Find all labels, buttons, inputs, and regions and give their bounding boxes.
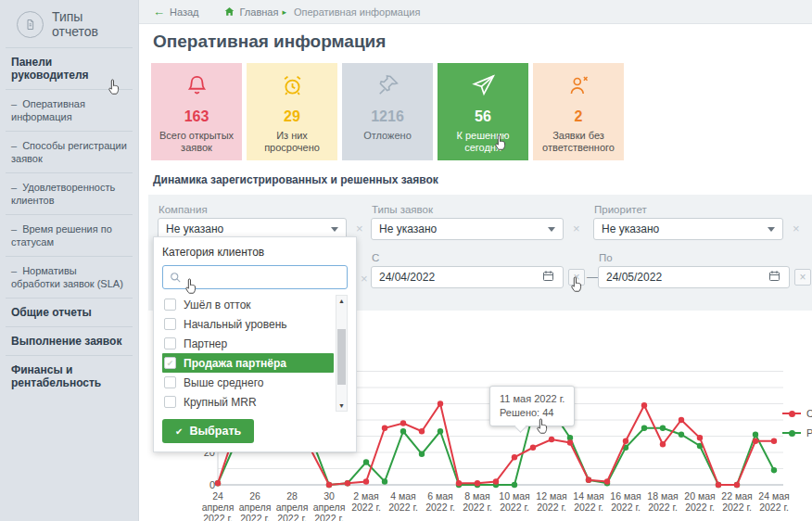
choose-button[interactable]: Выбрать: [162, 419, 254, 443]
date-from-value: 24/04/2022: [379, 271, 541, 284]
category-option[interactable]: Выше среднего: [162, 373, 334, 392]
kpi-value: 2: [533, 108, 624, 125]
choose-button-label: Выбрать: [189, 425, 241, 438]
client-category-dropdown: Категория клиентов Ушёл в оттокНачальный…: [153, 236, 357, 452]
checkbox-icon[interactable]: [164, 376, 176, 388]
calendar-icon[interactable]: [768, 269, 781, 286]
kpi-caption: Из них просрочено: [247, 130, 337, 154]
sidebar-item-entry[interactable]: Нормативы обработки заявок (SLA): [6, 257, 133, 299]
date-to-input[interactable]: 24/05/2022: [598, 266, 790, 288]
breadcrumb-home-label: Главная: [240, 6, 279, 18]
chart-section-title: Динамика зарегистрированных и решенных з…: [153, 173, 438, 186]
scroll-up-icon[interactable]: [336, 296, 347, 306]
kpi-caption: Всего открытых заявок: [151, 130, 242, 154]
kpi-value: 29: [247, 108, 337, 125]
kpi-caption: Заявки без ответственного: [533, 130, 624, 154]
kpi-card[interactable]: 163Всего открытых заявок: [151, 63, 242, 160]
checkbox-icon[interactable]: [164, 318, 176, 330]
date-to-label: По: [599, 252, 613, 263]
breadcrumb-home[interactable]: Главная: [223, 6, 279, 18]
sidebar-item-active[interactable]: Оперативная информация: [6, 90, 133, 132]
category-option[interactable]: Продажа партнёра: [162, 353, 334, 373]
back-link[interactable]: Назад: [153, 5, 199, 19]
category-options-list: Ушёл в оттокНачальный уровеньПартнерПрод…: [162, 295, 348, 412]
checkbox-checked-icon[interactable]: [164, 357, 176, 369]
sidebar-item-entry[interactable]: Удовлетворенность клиентов: [6, 173, 133, 215]
scroll-down-icon[interactable]: [336, 400, 347, 411]
tooltip-date: 11 мая 2022 г.: [500, 392, 565, 406]
date-from-input[interactable]: 24/04/2022: [371, 266, 564, 288]
alarm-icon: [247, 73, 337, 102]
page-title: Оперативная информация: [153, 32, 386, 52]
chart-legend: СозданоРешено: [782, 408, 812, 447]
request-types-select[interactable]: Не указано: [371, 218, 564, 240]
tooltip-value: Решено: 44: [500, 406, 565, 420]
category-option[interactable]: Начальный уровень: [162, 314, 334, 334]
user-x-icon: [533, 73, 624, 102]
kpi-card[interactable]: 1216Отложено: [342, 63, 433, 160]
kpi-caption: К решению сегодня: [438, 130, 528, 154]
company-clear-icon[interactable]: [356, 222, 363, 235]
checkbox-icon[interactable]: [164, 337, 176, 349]
sidebar-item-entry[interactable]: Способы регистрации заявок: [6, 132, 133, 173]
priority-clear-icon[interactable]: [793, 222, 800, 235]
date-to-clear-icon[interactable]: [794, 269, 811, 286]
list-scrollbar[interactable]: [336, 295, 348, 412]
app-title: Типы отчетов: [52, 9, 123, 39]
date-from-clear-icon[interactable]: [568, 269, 585, 286]
chart-tooltip: 11 мая 2022 г. Решено: 44: [489, 386, 575, 426]
sidebar-section-entry[interactable]: Панели руководителя: [6, 48, 133, 90]
back-arrow-icon: [153, 5, 165, 19]
category-option[interactable]: Ушёл в отток: [162, 295, 334, 314]
y-axis-tick-label: 0: [184, 479, 215, 490]
kpi-card[interactable]: 2Заявки без ответственного: [533, 63, 624, 160]
sidebar-section-entry[interactable]: Выполнение заявок: [6, 327, 133, 356]
date-from-label: С: [372, 252, 379, 263]
kpi-card[interactable]: 29Из них просрочено: [247, 63, 337, 160]
checkbox-icon[interactable]: [164, 299, 176, 311]
legend-entry[interactable]: Решено: [782, 427, 812, 438]
home-icon: [223, 6, 235, 18]
sidebar-item-entry[interactable]: Время решения по статусам: [6, 215, 133, 257]
kpi-caption: Отложено: [342, 130, 433, 142]
request-types-clear-icon[interactable]: [573, 222, 580, 235]
report-document-icon: [17, 11, 44, 38]
check-icon: [175, 425, 183, 438]
checkbox-icon[interactable]: [164, 396, 176, 408]
priority-filter-label: Приоритет: [594, 204, 647, 215]
bell-icon: [151, 73, 242, 102]
category-option[interactable]: Крупный MRR: [162, 392, 334, 412]
sidebar-nav: Панели руководителяОперативная информаци…: [0, 48, 138, 397]
date-range-dash: [587, 271, 598, 284]
caret-down-icon: [768, 227, 775, 232]
category-search-box[interactable]: [162, 265, 348, 289]
sidebar-section-entry[interactable]: Общие отчеты: [6, 299, 133, 327]
request-types-select-value: Не указано: [379, 222, 542, 235]
sidebar-section-entry[interactable]: Финансы и рентабельность: [6, 356, 133, 397]
priority-select[interactable]: Не указано: [593, 218, 783, 240]
kpi-card[interactable]: 56К решению сегодня: [438, 63, 528, 160]
priority-select-value: Не указано: [602, 222, 762, 235]
category-option-label: Продажа партнёра: [184, 357, 286, 370]
company-select-value: Не указано: [166, 222, 325, 235]
kpi-cards-row: 163Всего открытых заявок29Из них просроч…: [151, 63, 624, 160]
search-icon: [169, 271, 183, 285]
category-search-input[interactable]: [187, 271, 341, 284]
scrollbar-thumb[interactable]: [337, 329, 346, 385]
calendar-icon[interactable]: [541, 269, 555, 286]
breadcrumb-bar: Назад Главная Оперативная информация: [139, 0, 812, 24]
x-axis-tick-label: 24 мая2022 г.: [744, 490, 804, 513]
kpi-value: 1216: [342, 108, 433, 125]
kpi-value: 56: [438, 108, 528, 125]
legend-label: Создано: [806, 408, 812, 419]
category-clear-icon[interactable]: [361, 272, 368, 286]
category-option[interactable]: Партнер: [162, 334, 334, 353]
breadcrumb-separator-icon: [282, 7, 286, 17]
sidebar: Типы отчетов Панели руководителяОператив…: [0, 0, 139, 521]
legend-entry[interactable]: Создано: [782, 408, 812, 419]
category-option-label: Ушёл в отток: [184, 299, 251, 311]
legend-marker-icon: [782, 411, 801, 417]
legend-label: Решено: [806, 427, 812, 438]
client-category-label: Категория клиентов: [162, 246, 348, 259]
category-option-label: Партнер: [184, 337, 227, 350]
